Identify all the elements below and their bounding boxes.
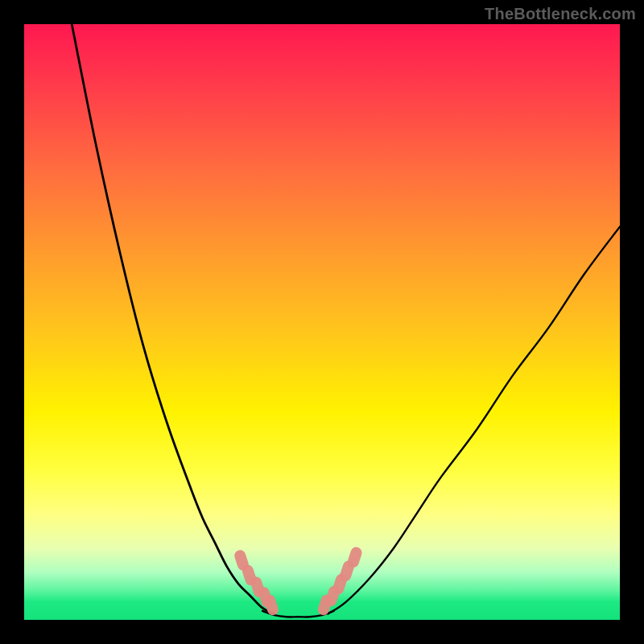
plot-area bbox=[24, 24, 620, 620]
series-right-curve bbox=[328, 227, 620, 614]
generated-curves bbox=[72, 24, 620, 617]
chart-stage: TheBottleneck.com bbox=[0, 0, 644, 644]
markers-left-cluster bbox=[233, 548, 279, 617]
series-left-curve bbox=[72, 24, 275, 614]
curves-svg bbox=[24, 24, 620, 620]
watermark-label: TheBottleneck.com bbox=[485, 5, 636, 23]
